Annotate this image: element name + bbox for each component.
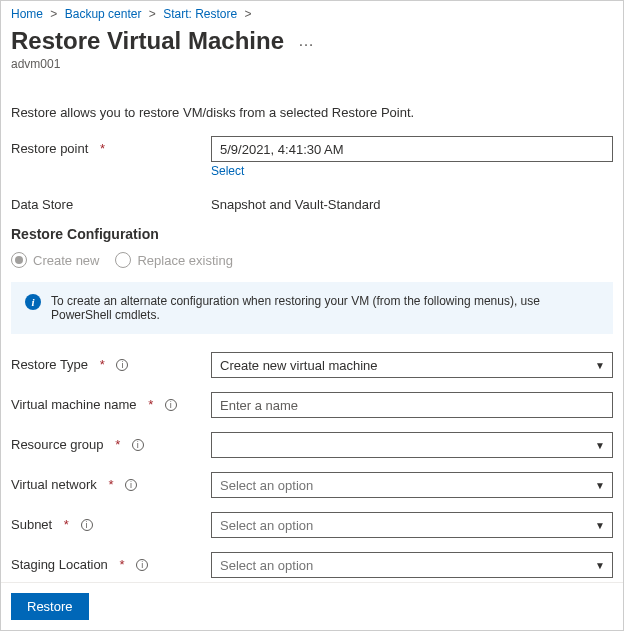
more-actions-icon[interactable]: … xyxy=(294,32,318,50)
radio-replace-existing[interactable]: Replace existing xyxy=(115,252,232,268)
page-subtitle: advm001 xyxy=(11,57,613,71)
chevron-right-icon: > xyxy=(149,7,156,21)
resource-group-select[interactable] xyxy=(211,432,613,458)
radio-icon xyxy=(11,252,27,268)
radio-icon xyxy=(115,252,131,268)
breadcrumb-backup-center[interactable]: Backup center xyxy=(65,7,142,21)
info-icon: i xyxy=(25,294,41,310)
info-icon[interactable]: i xyxy=(165,399,177,411)
page-title: Restore Virtual Machine xyxy=(11,27,284,55)
description-text: Restore allows you to restore VM/disks f… xyxy=(11,105,613,120)
info-icon[interactable]: i xyxy=(125,479,137,491)
vm-name-label: Virtual machine name * i xyxy=(11,392,211,412)
chevron-right-icon: > xyxy=(245,7,252,21)
data-store-value: Snapshot and Vault-Standard xyxy=(211,192,613,212)
info-banner: i To create an alternate configuration w… xyxy=(11,282,613,334)
restore-type-label: Restore Type * i xyxy=(11,352,211,372)
info-icon[interactable]: i xyxy=(136,559,148,571)
info-icon[interactable]: i xyxy=(81,519,93,531)
restore-point-label: Restore point * xyxy=(11,136,211,156)
breadcrumb: Home > Backup center > Start: Restore > xyxy=(1,1,623,23)
vm-name-input[interactable] xyxy=(211,392,613,418)
info-icon[interactable]: i xyxy=(132,439,144,451)
page-header: Restore Virtual Machine … advm001 xyxy=(1,23,623,81)
data-store-label: Data Store xyxy=(11,192,211,212)
restore-point-select-link[interactable]: Select xyxy=(211,164,244,178)
subnet-label: Subnet * i xyxy=(11,512,211,532)
info-icon[interactable]: i xyxy=(116,359,128,371)
info-banner-text: To create an alternate configuration whe… xyxy=(51,294,599,322)
restore-point-input[interactable] xyxy=(211,136,613,162)
staging-label: Staging Location * i xyxy=(11,552,211,572)
chevron-right-icon: > xyxy=(50,7,57,21)
resource-group-label: Resource group * i xyxy=(11,432,211,452)
radio-create-new[interactable]: Create new xyxy=(11,252,99,268)
vnet-label: Virtual network * i xyxy=(11,472,211,492)
vnet-select[interactable] xyxy=(211,472,613,498)
breadcrumb-home[interactable]: Home xyxy=(11,7,43,21)
footer: Restore xyxy=(1,582,623,630)
staging-select[interactable] xyxy=(211,552,613,578)
restore-button[interactable]: Restore xyxy=(11,593,89,620)
restore-type-select[interactable] xyxy=(211,352,613,378)
restore-config-heading: Restore Configuration xyxy=(11,226,613,242)
subnet-select[interactable] xyxy=(211,512,613,538)
breadcrumb-start-restore[interactable]: Start: Restore xyxy=(163,7,237,21)
